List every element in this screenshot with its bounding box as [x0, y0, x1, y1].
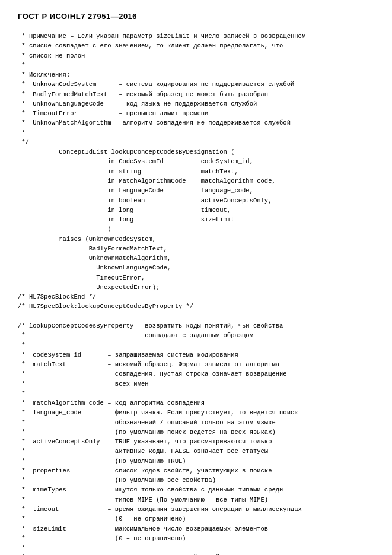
page-header: ГОСТ Р ИСО/HL7 27951—2016	[18, 12, 374, 21]
code-block: * Примечание – Если указан параметр size…	[18, 31, 374, 555]
